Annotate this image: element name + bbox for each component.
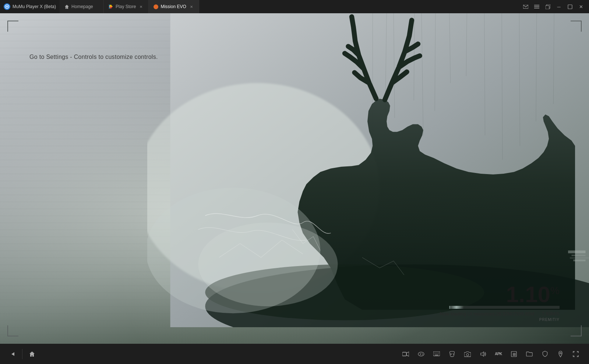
svg-marker-38 [406, 352, 409, 356]
svg-point-59 [453, 353, 454, 354]
svg-point-61 [466, 353, 469, 356]
loading-watermark: PREMITIY [440, 318, 560, 322]
loading-area: 1.10% Now loading UI resources:26.32M/23… [440, 283, 560, 322]
close-btn[interactable]: ✕ [576, 1, 586, 12]
main-content: Go to Settings - Controls to customize c… [0, 13, 589, 344]
screenshot-btn[interactable] [460, 347, 475, 361]
tab-missionevo[interactable]: Mission EVO ✕ [149, 0, 199, 13]
tab-playstore-label: Play Store [116, 4, 136, 9]
mail-btn[interactable] [521, 1, 531, 12]
win-controls: ─ ✕ [518, 1, 589, 12]
svg-rect-56 [435, 355, 438, 355]
shield-btn[interactable] [537, 347, 552, 361]
loading-bar-scan [449, 306, 464, 309]
minimize-btn[interactable]: ─ [554, 1, 564, 12]
deer-silhouette [147, 13, 589, 327]
corner-bracket-bl [7, 325, 18, 336]
svg-rect-32 [568, 251, 585, 254]
apk-btn[interactable]: APK [491, 347, 506, 361]
volume-btn[interactable] [476, 347, 490, 361]
svg-marker-62 [481, 351, 484, 356]
svg-rect-35 [573, 259, 585, 261]
svg-point-60 [454, 354, 454, 355]
titlebar: MuMu Player X (Beta) Homepage Play [0, 0, 589, 13]
taskbar: APK [0, 344, 589, 364]
tab-playstore-close[interactable]: ✕ [138, 4, 144, 10]
app-icon [4, 3, 10, 10]
loading-detail-left: Now loading UI resources:26.32M/2399.85M [440, 311, 534, 317]
svg-marker-36 [11, 352, 14, 356]
app-logo: MuMu Player X (Beta) [0, 3, 60, 10]
taskbar-right: APK [398, 347, 583, 361]
tab-missionevo-label: Mission EVO [161, 4, 186, 9]
loading-percent-symbol: % [550, 285, 560, 296]
settings-hint: Go to Settings - Controls to customize c… [29, 54, 158, 60]
restore-btn[interactable] [543, 1, 553, 12]
maximize-btn[interactable] [565, 1, 575, 12]
svg-rect-11 [546, 6, 549, 9]
tab-homepage-label: Homepage [71, 4, 93, 9]
loading-details: Now loading UI resources:26.32M/2399.85M… [440, 311, 560, 317]
playstore-tab-icon [108, 4, 113, 9]
loading-bar-container [449, 306, 560, 309]
home-tab-icon [64, 4, 69, 9]
corner-bracket-tl [7, 21, 18, 32]
menu-btn[interactable] [532, 1, 542, 12]
corner-bracket-br [571, 325, 582, 336]
resize-btn[interactable] [507, 347, 521, 361]
svg-point-42 [422, 353, 423, 354]
svg-point-1 [6, 6, 8, 7]
app-title: MuMu Player X (Beta) [13, 4, 56, 9]
expand-btn[interactable] [568, 347, 583, 361]
keyboard-btn[interactable] [429, 347, 444, 361]
loading-percent-value: 1.10 [506, 282, 550, 307]
svg-rect-34 [570, 258, 589, 259]
svg-rect-12 [568, 5, 572, 9]
controller2-btn[interactable] [445, 347, 459, 361]
tab-bar: Homepage Play Store ✕ Mission EVO ✕ [60, 0, 518, 13]
svg-rect-64 [513, 353, 516, 356]
svg-rect-33 [572, 255, 586, 256]
svg-point-65 [560, 352, 561, 354]
folder-btn[interactable] [522, 347, 537, 361]
tab-playstore[interactable]: Play Store ✕ [104, 0, 149, 13]
svg-point-43 [423, 354, 423, 355]
location-btn[interactable] [553, 347, 568, 361]
svg-rect-37 [402, 352, 406, 356]
home-btn[interactable] [25, 347, 39, 361]
loading-percent: 1.10% [440, 283, 560, 306]
corner-bracket-tr [571, 21, 582, 32]
back-btn[interactable] [6, 347, 19, 361]
loading-detail-right: 7.93M/S [542, 311, 560, 317]
nav-divider [22, 349, 22, 359]
tab-homepage[interactable]: Homepage [60, 0, 104, 13]
tab-missionevo-close[interactable]: ✕ [188, 4, 194, 10]
gamepad-btn[interactable] [414, 347, 428, 361]
record-btn[interactable] [398, 347, 413, 361]
svg-point-31 [198, 223, 338, 306]
missionevo-tab-icon [153, 4, 158, 9]
